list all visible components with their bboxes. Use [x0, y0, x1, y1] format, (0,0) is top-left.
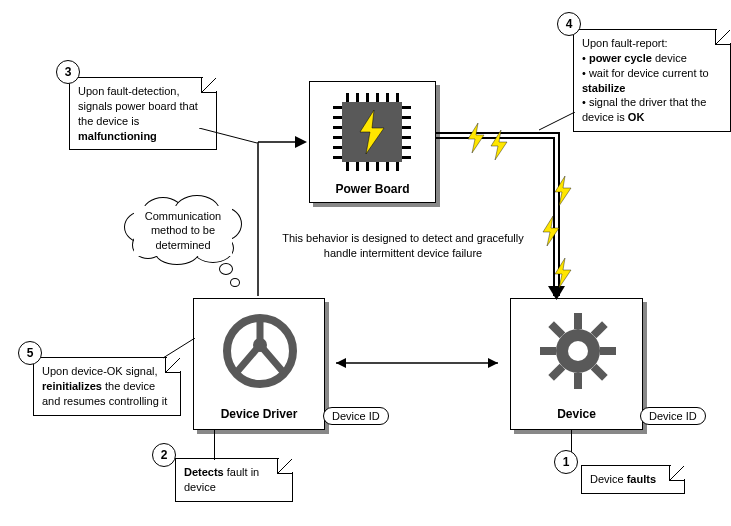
power-board-box: Power Board	[309, 81, 436, 203]
device-id-pill-2: Device ID	[640, 407, 706, 425]
note-1: Device faults	[581, 465, 685, 494]
svg-marker-15	[488, 358, 498, 368]
svg-marker-23	[543, 216, 559, 246]
steering-wheel-icon	[222, 313, 298, 389]
note-2: Detects fault in device	[175, 458, 293, 502]
device-id-pill-1: Device ID	[323, 407, 389, 425]
gear-icon	[538, 311, 618, 391]
step-5-badge: 5	[18, 341, 42, 365]
svg-rect-5	[574, 373, 582, 389]
lightning-icon	[358, 110, 386, 154]
svg-marker-20	[468, 123, 484, 153]
svg-marker-0	[360, 110, 384, 154]
step-3-badge: 3	[56, 60, 80, 84]
power-board-label: Power Board	[310, 182, 435, 196]
svg-marker-21	[491, 130, 507, 160]
svg-rect-6	[540, 347, 556, 355]
step-1-badge: 1	[554, 450, 578, 474]
svg-line-25	[199, 128, 257, 143]
diagram-canvas: Power Board Device Driver Device ID	[0, 0, 731, 526]
svg-rect-7	[600, 347, 616, 355]
svg-marker-14	[336, 358, 346, 368]
svg-line-27	[163, 338, 195, 358]
cloud-text: Communication method to be determined	[128, 203, 238, 258]
step-2-badge: 2	[152, 443, 176, 467]
note-3-text: Upon fault-detection, signals power boar…	[78, 85, 198, 142]
note-3: Upon fault-detection, signals power boar…	[69, 77, 217, 150]
device-driver-box: Device Driver	[193, 298, 325, 430]
svg-point-12	[568, 341, 588, 361]
note-4-text: Upon fault-report:• power cycle device• …	[582, 37, 709, 123]
note-5-text: Upon device-OK signal, reinitializes the…	[42, 365, 167, 407]
note-5: Upon device-OK signal, reinitializes the…	[33, 357, 181, 416]
svg-marker-22	[555, 176, 571, 206]
step-4-badge: 4	[557, 12, 581, 36]
svg-line-26	[539, 112, 575, 130]
thought-cloud: Communication method to be determined	[128, 203, 238, 259]
svg-rect-4	[574, 313, 582, 329]
note-1-text: Device faults	[590, 473, 656, 485]
device-driver-label: Device Driver	[194, 407, 324, 421]
device-label: Device	[511, 407, 642, 421]
note-2-text: Detects fault in device	[184, 466, 259, 493]
note-4: Upon fault-report:• power cycle device• …	[573, 29, 731, 132]
svg-marker-24	[555, 258, 571, 288]
svg-marker-18	[295, 136, 307, 148]
device-box: Device	[510, 298, 643, 430]
